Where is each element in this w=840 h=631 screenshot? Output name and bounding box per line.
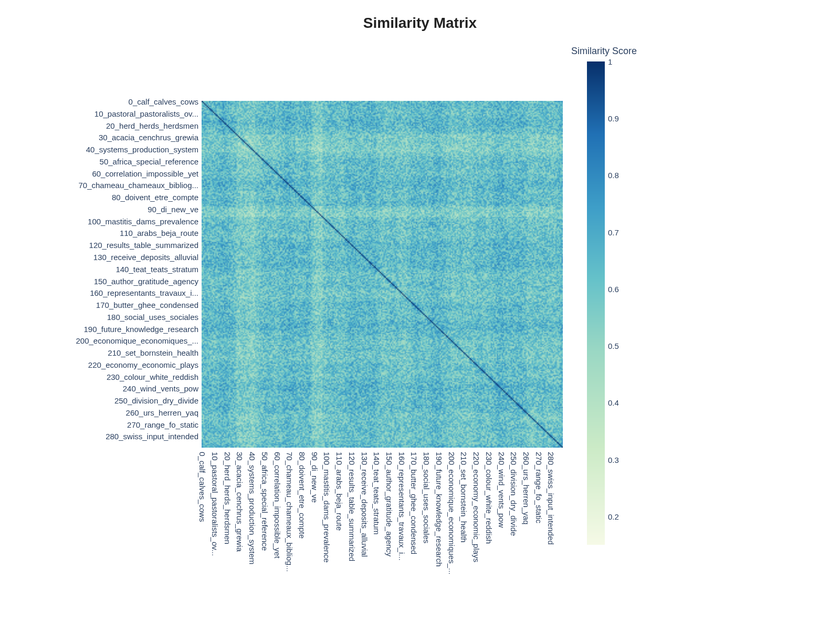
- y-tick-label: 270_range_fo_static: [127, 420, 198, 429]
- colorbar-tick: 0.9: [605, 114, 619, 123]
- heatmap[interactable]: [202, 101, 563, 448]
- y-tick-label: 90_di_new_ve: [148, 204, 198, 213]
- y-tick-label: 160_representants_travaux_i...: [90, 288, 198, 297]
- y-tick-label: 240_wind_vents_pow: [123, 384, 198, 393]
- x-tick-label: 230_colour_white_reddish: [484, 452, 493, 544]
- y-tick-label: 50_africa_special_reference: [100, 157, 198, 165]
- colorbar-gradient[interactable]: [587, 61, 605, 545]
- y-tick-label: 70_chameau_chameaux_bibliog...: [79, 181, 199, 190]
- y-tick-label: 180_social_uses_sociales: [107, 312, 198, 321]
- colorbar-tick: 0.5: [605, 342, 619, 350]
- x-tick-label: 160_representants_travaux_i...: [397, 452, 406, 561]
- y-tick-label: 80_doivent_etre_compte: [112, 193, 198, 202]
- x-tick-label: 30_acacia_cenchrus_grewia: [235, 452, 244, 552]
- x-tick-label: 280_swiss_input_intended: [547, 452, 555, 545]
- y-tick-label: 20_herd_herds_herdsmen: [106, 121, 198, 130]
- chart-stage: Similarity Matrix 0_calf_calves_cows10_p…: [0, 0, 840, 631]
- y-axis-tick-labels: 0_calf_calves_cows10_pastoral_pastoralis…: [0, 101, 198, 448]
- x-tick-label: 50_africa_special_reference: [260, 452, 269, 551]
- x-tick-label: 110_arabs_beja_route: [335, 452, 344, 531]
- y-tick-label: 190_future_knowledge_research: [84, 324, 199, 333]
- chart-title: Similarity Matrix: [0, 15, 840, 32]
- colorbar-tick: 0.7: [605, 227, 619, 236]
- x-tick-label: 260_urs_herren_yaq: [522, 452, 531, 524]
- colorbar-tick: 1: [605, 57, 612, 66]
- colorbar[interactable]: Similarity Score 10.90.80.70.60.50.40.30…: [587, 61, 605, 545]
- x-tick-label: 180_social_uses_sociales: [422, 452, 431, 543]
- y-tick-label: 150_author_gratitude_agency: [94, 276, 198, 285]
- x-tick-label: 150_author_gratitude_agency: [385, 452, 394, 556]
- colorbar-tick: 0.2: [605, 512, 619, 521]
- x-tick-label: 100_mastitis_dams_prevalence: [322, 452, 331, 563]
- x-tick-label: 140_teat_teats_stratum: [372, 452, 381, 535]
- colorbar-tick: 0.6: [605, 284, 619, 293]
- x-tick-label: 0_calf_calves_cows: [198, 452, 207, 522]
- y-tick-label: 120_results_table_summarized: [89, 241, 198, 250]
- x-tick-label: 210_set_bornstein_health: [459, 452, 468, 543]
- y-tick-label: 170_butter_ghee_condensed: [96, 301, 198, 309]
- x-tick-label: 90_di_new_ve: [310, 452, 319, 503]
- x-tick-label: 60_correlation_impossible_yet: [272, 452, 281, 558]
- x-tick-label: 250_division_dry_divide: [509, 452, 518, 536]
- x-tick-label: 80_doivent_etre_compte: [297, 452, 306, 539]
- x-tick-label: 270_range_fo_static: [534, 452, 543, 523]
- x-tick-label: 220_economy_economic_plays: [472, 452, 481, 562]
- y-tick-label: 200_economique_economiques_...: [76, 336, 198, 345]
- x-tick-label: 20_herd_herds_herdsmen: [223, 452, 232, 544]
- y-tick-label: 40_systems_production_system: [86, 145, 198, 154]
- y-tick-label: 140_teat_teats_stratum: [116, 264, 198, 273]
- y-tick-label: 110_arabs_beja_route: [120, 229, 198, 237]
- x-tick-label: 70_chameau_chameaux_bibliog...: [285, 452, 294, 572]
- y-tick-label: 220_economy_economic_plays: [88, 360, 198, 369]
- y-tick-label: 230_colour_white_reddish: [107, 372, 198, 381]
- y-tick-label: 0_calf_calves_cows: [129, 97, 198, 106]
- colorbar-tick: 0.8: [605, 171, 619, 180]
- y-tick-label: 10_pastoral_pastoralists_ov...: [94, 109, 198, 118]
- x-axis-tick-labels: 0_calf_calves_cows10_pastoral_pastoralis…: [202, 452, 563, 630]
- colorbar-title: Similarity Score: [571, 46, 637, 57]
- heatmap-canvas[interactable]: [202, 101, 563, 448]
- x-tick-label: 200_economique_economiques_...: [447, 452, 456, 575]
- x-tick-label: 240_wind_vents_pow: [497, 452, 506, 527]
- x-tick-label: 10_pastoral_pastoralists_ov...: [210, 452, 219, 556]
- y-tick-label: 280_swiss_input_intended: [106, 432, 198, 441]
- x-tick-label: 120_results_table_summarized: [347, 452, 356, 561]
- colorbar-tick: 0.3: [605, 455, 619, 464]
- x-tick-label: 40_systems_production_system: [248, 452, 257, 564]
- x-tick-label: 130_receive_deposits_alluvial: [360, 452, 369, 557]
- y-tick-label: 100_mastitis_dams_prevalence: [88, 216, 198, 225]
- x-tick-label: 170_butter_ghee_condensed: [410, 452, 418, 554]
- y-tick-label: 130_receive_deposits_alluvial: [93, 253, 198, 262]
- y-tick-label: 210_set_bornstein_health: [108, 348, 198, 357]
- y-tick-label: 60_correlation_impossible_yet: [92, 169, 198, 178]
- y-tick-label: 250_division_dry_divide: [114, 396, 198, 405]
- y-tick-label: 260_urs_herren_yaq: [126, 408, 198, 417]
- x-tick-label: 190_future_knowledge_research: [434, 452, 443, 567]
- colorbar-tick: 0.4: [605, 398, 619, 407]
- y-tick-label: 30_acacia_cenchrus_grewia: [99, 133, 198, 142]
